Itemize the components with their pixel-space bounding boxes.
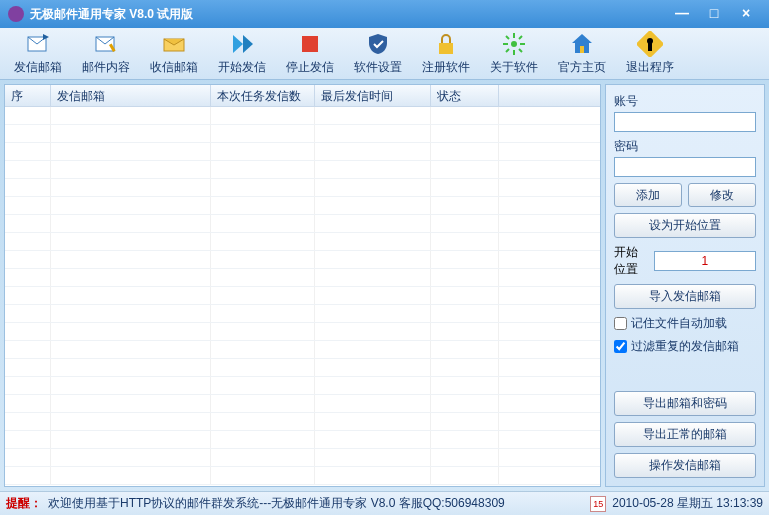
mail-out-icon [25,31,51,57]
datetime: 2010-05-28 星期五 13:13:39 [612,495,763,512]
toolbar-home[interactable]: 官方主页 [548,30,616,78]
toolbar-label: 关于软件 [490,59,538,76]
toolbar-star[interactable]: 关于软件 [480,30,548,78]
toolbar-label: 退出程序 [626,59,674,76]
toolbar-label: 收信邮箱 [150,59,198,76]
exit-icon [637,31,663,57]
home-icon [569,31,595,57]
table-row[interactable] [5,251,600,269]
toolbar: 发信邮箱邮件内容收信邮箱开始发信停止发信软件设置注册软件关于软件官方主页退出程序 [0,28,769,80]
svg-line-13 [506,49,509,52]
tip-text: 欢迎使用基于HTTP协议的邮件群发系统---无极邮件通用专家 V8.0 客服QQ… [48,495,584,512]
svg-line-14 [519,36,522,39]
svg-point-6 [511,41,517,47]
table-row[interactable] [5,125,600,143]
shield-icon [365,31,391,57]
table-row[interactable] [5,341,600,359]
play-icon [229,31,255,57]
start-pos-label: 开始位置 [614,244,648,278]
svg-rect-18 [648,43,652,51]
toolbar-label: 开始发信 [218,59,266,76]
table-row[interactable] [5,215,600,233]
table-row[interactable] [5,161,600,179]
operate-button[interactable]: 操作发信邮箱 [614,453,756,478]
toolbar-lock[interactable]: 注册软件 [412,30,480,78]
account-label: 账号 [614,93,756,110]
side-panel: 账号 密码 添加 修改 设为开始位置 开始位置 导入发信邮箱 记住文件自动加载 [605,84,765,487]
table-row[interactable] [5,197,600,215]
close-button[interactable]: × [731,5,761,23]
add-button[interactable]: 添加 [614,183,682,207]
remember-checkbox[interactable] [614,317,627,330]
toolbar-label: 邮件内容 [82,59,130,76]
toolbar-label: 注册软件 [422,59,470,76]
table-row[interactable] [5,377,600,395]
table-row[interactable] [5,305,600,323]
toolbar-label: 官方主页 [558,59,606,76]
remember-label: 记住文件自动加载 [631,315,727,332]
calendar-icon: 15 [590,496,606,512]
table-row[interactable] [5,323,600,341]
account-input[interactable] [614,112,756,132]
set-start-button[interactable]: 设为开始位置 [614,213,756,238]
toolbar-mail-out[interactable]: 发信邮箱 [4,30,72,78]
toolbar-mail-in[interactable]: 收信邮箱 [140,30,208,78]
svg-line-11 [506,36,509,39]
col-status[interactable]: 状态 [431,85,499,106]
table-header: 序 发信邮箱 本次任务发信数 最后发信时间 状态 [5,85,600,107]
toolbar-label: 发信邮箱 [14,59,62,76]
start-pos-input[interactable] [654,251,756,271]
toolbar-play[interactable]: 开始发信 [208,30,276,78]
filter-label: 过滤重复的发信邮箱 [631,338,739,355]
table-row[interactable] [5,431,600,449]
stop-icon [297,31,323,57]
toolbar-shield[interactable]: 软件设置 [344,30,412,78]
statusbar: 提醒： 欢迎使用基于HTTP协议的邮件群发系统---无极邮件通用专家 V8.0 … [0,491,769,515]
tip-label: 提醒： [6,495,42,512]
minimize-button[interactable]: — [667,5,697,23]
table-row[interactable] [5,287,600,305]
mail-edit-icon [93,31,119,57]
modify-button[interactable]: 修改 [688,183,756,207]
table-row[interactable] [5,143,600,161]
table-row[interactable] [5,233,600,251]
col-seq[interactable]: 序 [5,85,51,106]
toolbar-stop[interactable]: 停止发信 [276,30,344,78]
mail-in-icon [161,31,187,57]
export-pwd-button[interactable]: 导出邮箱和密码 [614,391,756,416]
svg-rect-4 [302,36,318,52]
table-row[interactable] [5,179,600,197]
table-row[interactable] [5,467,600,485]
col-task-count[interactable]: 本次任务发信数 [211,85,315,106]
table-row[interactable] [5,269,600,287]
mailbox-table: 序 发信邮箱 本次任务发信数 最后发信时间 状态 [4,84,601,487]
import-button[interactable]: 导入发信邮箱 [614,284,756,309]
toolbar-label: 软件设置 [354,59,402,76]
export-ok-button[interactable]: 导出正常的邮箱 [614,422,756,447]
table-row[interactable] [5,395,600,413]
table-row[interactable] [5,107,600,125]
titlebar: 无极邮件通用专家 V8.0 试用版 — □ × [0,0,769,28]
table-row[interactable] [5,413,600,431]
svg-line-12 [519,49,522,52]
col-last-time[interactable]: 最后发信时间 [315,85,431,106]
toolbar-label: 停止发信 [286,59,334,76]
col-mailbox[interactable]: 发信邮箱 [51,85,211,106]
table-row[interactable] [5,359,600,377]
svg-rect-5 [439,43,453,54]
table-row[interactable] [5,449,600,467]
svg-rect-15 [580,46,584,53]
toolbar-exit[interactable]: 退出程序 [616,30,684,78]
password-label: 密码 [614,138,756,155]
star-icon [501,31,527,57]
toolbar-mail-edit[interactable]: 邮件内容 [72,30,140,78]
app-icon [8,6,24,22]
table-body[interactable] [5,107,600,486]
lock-icon [433,31,459,57]
filter-checkbox[interactable] [614,340,627,353]
password-input[interactable] [614,157,756,177]
maximize-button[interactable]: □ [699,5,729,23]
window-title: 无极邮件通用专家 V8.0 试用版 [30,6,193,23]
